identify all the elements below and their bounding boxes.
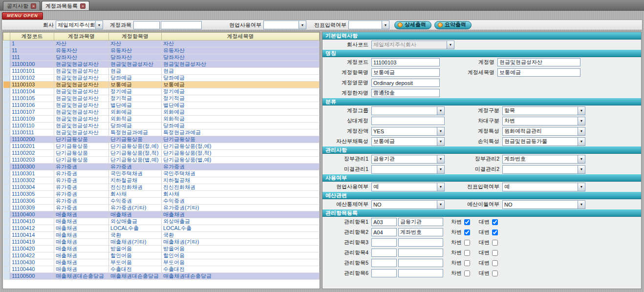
management-item-code-input[interactable] (371, 238, 397, 247)
item-name-input[interactable] (371, 68, 440, 77)
table-row[interactable]: 11100100현금및현금성자산현금및현금성자산현금및현금성자산 (3, 61, 320, 68)
row-selector[interactable] (3, 88, 10, 95)
open-manage2-select[interactable]: ▼ (502, 165, 585, 174)
table-row[interactable]: 11100107현금및현금성자산외화예금외화예금 (3, 109, 320, 116)
table-row[interactable]: 11100305유가증권회사채회사채 (3, 191, 320, 198)
table-row[interactable]: 11100500매출채권대손충당금매출채권대손충당금매출채권대손충당금 (3, 273, 320, 280)
row-selector[interactable] (3, 239, 10, 246)
account-balance-select[interactable]: YES ▼ (371, 127, 445, 136)
table-row[interactable]: 11100103현금및현금성자산보통예금보통예금 (3, 82, 320, 88)
management-item-name-input[interactable] (398, 238, 443, 247)
row-selector[interactable] (3, 82, 10, 88)
row-selector[interactable] (3, 41, 10, 47)
row-selector[interactable] (3, 266, 10, 273)
table-row[interactable]: 11100203단기금융상품단기금융상품(별,예)단기금융상품(별,예) (3, 157, 320, 164)
row-selector[interactable] (3, 246, 10, 252)
table-row[interactable]: 11100414매출채권국환국환 (3, 232, 320, 239)
detail-print-button[interactable]: 상세출력 (394, 21, 431, 29)
row-selector[interactable] (3, 184, 10, 191)
tab-close-icon[interactable]: × (31, 3, 36, 9)
credit-checkbox[interactable] (492, 219, 498, 225)
table-row[interactable]: 11100300유가증권유가증권유가증권 (3, 164, 320, 170)
debit-checkbox[interactable] (464, 219, 470, 225)
detail-name-input[interactable] (497, 68, 580, 77)
row-selector[interactable] (3, 191, 10, 198)
table-row[interactable]: 11100412매출채권LOCAL수출LOCAL수출 (3, 225, 320, 232)
table-row[interactable]: 11유동자산유동자산유동자산 (3, 47, 320, 54)
table-row[interactable]: 11100202단기금융상품단기금융상품(정,적)단기금융상품(정,적) (3, 150, 320, 157)
table-row[interactable]: 11100419매출채권매출채권(기타)매출채권(기타) (3, 239, 320, 246)
tab-notice[interactable]: 공지사항 × (3, 1, 40, 10)
book-manage2-select[interactable]: 계좌번호 ▼ (502, 155, 585, 164)
row-selector[interactable] (3, 109, 10, 116)
budget-carryover-select[interactable]: NO ▼ (502, 200, 585, 209)
row-selector[interactable] (3, 225, 10, 232)
row-selector[interactable] (3, 211, 10, 218)
table-row[interactable]: 11100104현금및현금성자산정기예금정기예금 (3, 88, 320, 95)
row-selector[interactable] (3, 61, 10, 68)
profit-loss-trait-select[interactable]: 현금및현금등가물 ▼ (502, 137, 585, 146)
table-row[interactable]: 11100410매출채권외상매출금외상매출금 (3, 218, 320, 225)
account-code-search-input[interactable] (133, 21, 160, 29)
book-manage1-select[interactable]: 금융기관 ▼ (371, 155, 445, 164)
table-row[interactable]: 11100110현금및현금성자산당좌예금당좌예금 (3, 123, 320, 129)
row-selector[interactable] (3, 177, 10, 184)
debit-checkbox[interactable] (464, 229, 470, 235)
summary-print-button[interactable]: 요약출력 (434, 21, 472, 29)
account-division-select[interactable]: 항목 ▼ (502, 106, 585, 115)
row-selector[interactable] (3, 47, 10, 54)
account-trait-select[interactable]: 원화예적금관리 ▼ (502, 127, 585, 136)
row-selector[interactable] (3, 164, 10, 170)
open-manage1-select[interactable]: ▼ (371, 165, 445, 174)
row-selector[interactable] (3, 218, 10, 225)
table-row[interactable]: 11100309유가증권유가증권(기타)유가증권(기타) (3, 205, 320, 211)
field-use-filter-select[interactable]: ▼ (263, 21, 306, 29)
row-selector[interactable] (3, 136, 10, 143)
row-selector[interactable] (3, 102, 10, 109)
table-row[interactable]: 11100430매출채권부도어음부도어음 (3, 259, 320, 266)
credit-checkbox[interactable] (492, 260, 498, 266)
table-row[interactable]: 11100306유가증권수익증권수익증권 (3, 198, 320, 205)
company-code-select[interactable]: 제일제지주식회사 ▼ (371, 41, 454, 49)
debit-checkbox[interactable] (464, 271, 470, 276)
table-row[interactable]: 11100101현금및현금성자산현금현금 (3, 68, 320, 75)
table-row[interactable]: 11100200단기금융상품단기금융상품단기금융상품 (3, 136, 320, 143)
row-selector[interactable] (3, 129, 10, 136)
management-item-code-input[interactable] (371, 218, 397, 226)
debit-credit-division-select[interactable]: 차변 ▼ (502, 117, 585, 125)
credit-checkbox[interactable] (492, 229, 498, 235)
counter-account-input[interactable] (371, 117, 445, 125)
debit-checkbox[interactable] (464, 260, 470, 266)
company-select[interactable]: 제일제지주식회사 ▼ (56, 21, 103, 29)
row-selector[interactable] (3, 95, 10, 102)
hanja-name-input[interactable] (371, 89, 440, 97)
table-row[interactable]: 11100422매출채권할인어음할인어음 (3, 252, 320, 259)
management-item-code-input[interactable] (371, 228, 397, 236)
table-row[interactable]: 111당좌자산당좌자산당좌자산 (3, 54, 320, 61)
debit-checkbox[interactable] (464, 240, 470, 246)
management-item-name-input[interactable] (398, 228, 443, 236)
tab-account-register[interactable]: 계정과목등록 × (42, 1, 89, 10)
row-selector[interactable] (3, 252, 10, 259)
row-selector[interactable] (3, 273, 10, 280)
credit-checkbox[interactable] (492, 250, 498, 256)
debit-checkbox[interactable] (464, 250, 470, 256)
english-name-input[interactable] (371, 79, 440, 87)
management-item-code-input[interactable] (371, 259, 397, 267)
account-name-input[interactable] (497, 58, 580, 66)
slip-input-select[interactable]: 예 ▼ (502, 183, 585, 191)
account-name-search-input[interactable] (161, 21, 202, 29)
table-row[interactable]: 11100106현금및현금성자산별단예금별단예금 (3, 102, 320, 109)
row-selector[interactable] (3, 232, 10, 239)
row-selector[interactable] (3, 68, 10, 75)
slip-input-filter-select[interactable]: ▼ (348, 21, 389, 29)
credit-checkbox[interactable] (492, 271, 498, 276)
row-selector[interactable] (3, 259, 10, 266)
budget-control-select[interactable]: NO ▼ (371, 200, 445, 209)
management-item-code-input[interactable] (371, 249, 397, 257)
asset-liability-trait-select[interactable]: 보통예금 ▼ (371, 137, 445, 146)
table-row[interactable]: 11100102현금및현금성자산당좌예금당좌예금 (3, 75, 320, 82)
row-selector[interactable] (3, 75, 10, 82)
table-row[interactable]: 1자산자산자산 (3, 41, 320, 47)
table-row[interactable]: 11100400매출채권매출채권매출채권 (3, 211, 320, 218)
